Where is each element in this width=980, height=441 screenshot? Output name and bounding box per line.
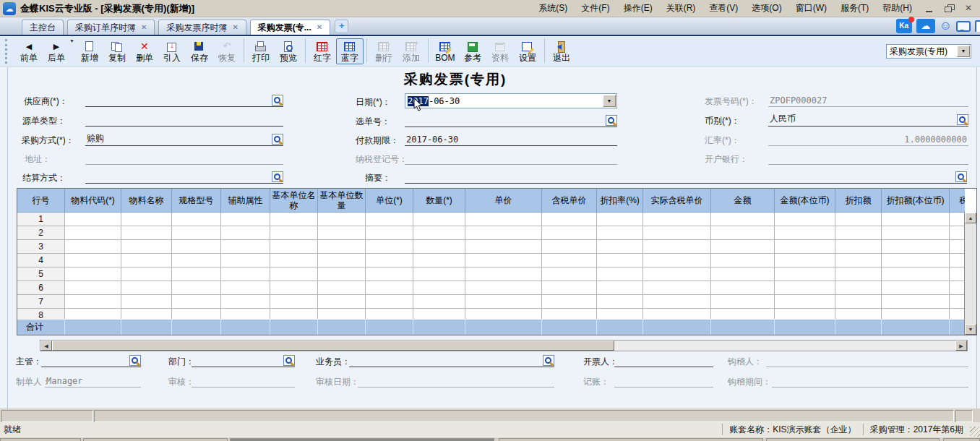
grid-cell[interactable] — [882, 267, 950, 281]
grid-cell[interactable] — [643, 295, 711, 309]
grid-cell[interactable] — [950, 254, 965, 267]
tab-close-icon[interactable] — [317, 24, 322, 31]
grid-cell[interactable] — [413, 267, 465, 281]
toolbar-import-button[interactable]: 引入 — [158, 38, 186, 64]
grid-cell[interactable] — [542, 267, 597, 281]
grid-cell[interactable] — [270, 267, 318, 281]
grid-cell[interactable] — [465, 309, 542, 319]
grid-cell[interactable] — [270, 213, 318, 226]
grid-column-header[interactable]: 单价 — [465, 189, 542, 213]
hscroll-thumb[interactable] — [52, 341, 614, 351]
grid-column-header[interactable]: 单位(*) — [366, 189, 413, 213]
select-no-lookup-icon[interactable] — [606, 115, 617, 126]
scroll-down-icon[interactable] — [965, 324, 976, 335]
grid-cell[interactable] — [711, 267, 775, 281]
toolbar-next-button[interactable]: 后单 — [43, 38, 70, 64]
grid-cell[interactable] — [65, 240, 121, 254]
grid-cell[interactable] — [882, 281, 950, 295]
grid-cell[interactable] — [121, 254, 172, 267]
pay-deadline-field[interactable]: 2017-06-30 — [405, 134, 617, 146]
grid-cell[interactable] — [711, 226, 775, 240]
summary-field[interactable] — [405, 171, 967, 184]
settle-mode-field[interactable] — [85, 171, 283, 184]
currency-field[interactable]: 人民币 — [768, 114, 968, 127]
toolbar-copy-button[interactable]: 复制 — [103, 38, 131, 64]
grid-cell[interactable] — [221, 295, 270, 309]
grid-cell[interactable] — [221, 254, 270, 267]
menu-item[interactable]: 系统(S) — [537, 1, 569, 15]
grid-cell[interactable] — [711, 281, 775, 295]
smiley-icon[interactable] — [940, 20, 952, 33]
grid-column-header[interactable]: 规格型号 — [172, 189, 221, 213]
cloud-sync-icon[interactable] — [916, 19, 935, 33]
taskbar-item[interactable] — [943, 438, 980, 441]
chevron-down-icon[interactable] — [957, 46, 970, 57]
grid-cell[interactable] — [882, 226, 950, 240]
purchase-mode-field[interactable]: 赊购 — [85, 134, 283, 146]
grid-cell[interactable] — [950, 240, 965, 254]
grid-cell[interactable] — [643, 240, 711, 254]
grid-column-header[interactable]: 金额 — [711, 189, 775, 213]
grid-cell[interactable] — [775, 213, 835, 226]
supplier-field[interactable] — [85, 95, 283, 107]
grid-cell[interactable] — [121, 295, 172, 309]
row-number-cell[interactable]: 8 — [17, 309, 65, 319]
close-icon[interactable] — [963, 4, 976, 14]
grid-column-header[interactable]: 物料代码(*) — [65, 189, 121, 213]
grid-cell[interactable] — [950, 309, 965, 319]
grid-cell[interactable] — [221, 281, 270, 295]
grid-cell[interactable] — [775, 240, 835, 254]
grid-cell[interactable] — [465, 254, 542, 267]
grid-cell[interactable] — [121, 267, 172, 281]
toolbar-delete-button[interactable]: 删单 — [131, 38, 158, 64]
grid-cell[interactable] — [835, 254, 882, 267]
grid-cell[interactable] — [643, 267, 711, 281]
comment-bubble-icon[interactable] — [956, 21, 971, 32]
date-combobox[interactable]: 2017-06-30 — [405, 93, 617, 108]
row-number-cell[interactable]: 4 — [17, 254, 65, 267]
grid-cell[interactable] — [366, 295, 413, 309]
grid-cell[interactable] — [318, 281, 366, 295]
grid-cell[interactable] — [835, 226, 882, 240]
purchase-mode-lookup-icon[interactable] — [272, 134, 283, 145]
grid-cell[interactable] — [270, 281, 318, 295]
grid-cell[interactable] — [542, 254, 597, 267]
grid-cell[interactable] — [597, 226, 643, 240]
grid-column-header[interactable]: 基本单位数量 — [318, 189, 366, 213]
grid-cell[interactable] — [221, 213, 270, 226]
grid-cell[interactable] — [366, 254, 413, 267]
grid-cell[interactable] — [413, 213, 465, 226]
grid-column-header[interactable]: 折扣额(本位币) — [882, 189, 950, 213]
grid-cell[interactable] — [597, 267, 643, 281]
grid-cell[interactable] — [65, 213, 121, 226]
grid-cell[interactable] — [950, 295, 965, 309]
grid-column-header[interactable]: 实际含税单价 — [643, 189, 711, 213]
date-chevron-down-icon[interactable] — [603, 95, 616, 107]
menu-item[interactable]: 操作(E) — [622, 1, 654, 15]
grid-cell[interactable] — [318, 295, 366, 309]
grid-cell[interactable] — [413, 309, 465, 319]
grid-cell[interactable] — [950, 213, 965, 226]
grid-column-header[interactable]: 折扣率(%) — [597, 189, 643, 213]
grid-cell[interactable] — [711, 254, 775, 267]
taskbar-item[interactable] — [499, 438, 763, 441]
tab[interactable]: 采购发票序时簿 — [158, 20, 246, 35]
grid-cell[interactable] — [221, 226, 270, 240]
summary-lookup-icon[interactable] — [955, 171, 967, 182]
scroll-up-icon[interactable] — [965, 213, 976, 223]
row-number-cell[interactable]: 7 — [17, 295, 65, 309]
grid-cell[interactable] — [221, 267, 270, 281]
grid-cell[interactable] — [465, 281, 542, 295]
menu-item[interactable]: 选项(O) — [750, 1, 783, 15]
toolbar-preview-button[interactable]: 预览 — [275, 38, 302, 64]
grid-cell[interactable] — [465, 267, 542, 281]
grid-cell[interactable] — [270, 226, 318, 240]
grid-cell[interactable] — [711, 295, 775, 309]
grid-cell[interactable] — [221, 240, 270, 254]
nav-dropdown-icon[interactable] — [69, 38, 74, 43]
grid-cell[interactable] — [318, 267, 366, 281]
tab-close-icon[interactable] — [141, 24, 147, 31]
grid-cell[interactable] — [597, 309, 643, 319]
grid-cell[interactable] — [366, 281, 413, 295]
resize-grip[interactable] — [970, 427, 980, 437]
